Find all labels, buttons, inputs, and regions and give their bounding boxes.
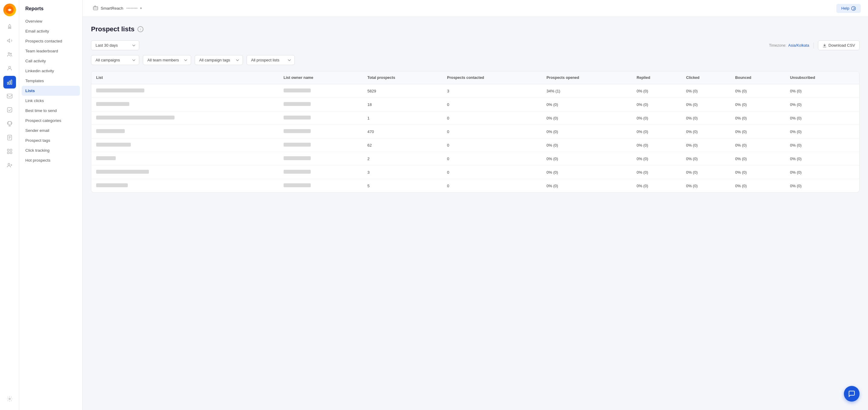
content-area: Prospect lists i Last 7 daysLast 30 days…: [83, 17, 868, 410]
timezone-value[interactable]: Asia/Kolkata: [788, 43, 809, 47]
sidebar-item-team-leaderboard[interactable]: Team leaderboard: [19, 46, 82, 56]
cell-replied-5: 0% (0): [632, 152, 681, 166]
svg-point-16: [9, 398, 10, 400]
sidebar-item-call-activity[interactable]: Call activity: [19, 56, 82, 66]
workspace-caret-icon: ▾: [140, 6, 142, 10]
cell-bounced-7: 0% (0): [730, 179, 785, 193]
cell-replied-0: 0% (0): [632, 84, 681, 98]
table-header: List List owner name Total prospects Pro…: [91, 71, 859, 84]
col-bounced: Bounced: [730, 71, 785, 84]
sidebar-item-click-tracking[interactable]: Click tracking: [19, 145, 82, 155]
cell-unsubscribed-3: 0% (0): [785, 125, 859, 138]
cell-total-4: 62: [363, 138, 442, 152]
page-title-row: Prospect lists i: [91, 25, 860, 33]
cell-list-4: [91, 138, 279, 152]
page-title: Prospect lists: [91, 25, 134, 33]
header-row: List List owner name Total prospects Pro…: [91, 71, 859, 84]
cell-owner-0: [279, 84, 363, 98]
cell-owner-3: [279, 125, 363, 138]
icon-sidebar: [0, 0, 19, 410]
table-row: 3 0 0% (0) 0% (0) 0% (0) 0% (0) 0% (0): [91, 166, 859, 179]
cell-unsubscribed-7: 0% (0): [785, 179, 859, 193]
info-icon[interactable]: i: [137, 26, 144, 32]
nav-icon-people[interactable]: [3, 48, 16, 61]
workspace-selector[interactable]: SmartReach •••••••• ▾: [90, 3, 145, 13]
nav-icon-email[interactable]: [3, 90, 16, 102]
cell-opened-2: 0% (0): [541, 111, 632, 125]
cell-list-7: [91, 179, 279, 193]
cell-owner-4: [279, 138, 363, 152]
cell-opened-6: 0% (0): [541, 166, 632, 179]
cell-opened-0: 34% (1): [541, 84, 632, 98]
campaigns-select[interactable]: All campaigns: [91, 55, 139, 65]
nav-icon-person[interactable]: [3, 62, 16, 75]
sidebar-item-linkedin-activity[interactable]: Linkedin activity: [19, 66, 82, 76]
nav-icon-person-add[interactable]: [3, 159, 16, 172]
sidebar-item-templates[interactable]: Templates: [19, 76, 82, 86]
cell-opened-3: 0% (0): [541, 125, 632, 138]
cell-clicked-5: 0% (0): [681, 152, 730, 166]
cell-opened-7: 0% (0): [541, 179, 632, 193]
sidebar-item-link-clicks[interactable]: Link clicks: [19, 96, 82, 106]
help-button[interactable]: Help: [836, 4, 861, 13]
sidebar-item-sender-email[interactable]: Sender email: [19, 126, 82, 135]
cell-list-0: [91, 84, 279, 98]
nav-icon-doc[interactable]: [3, 131, 16, 144]
nav-icon-grid[interactable]: [3, 145, 16, 158]
nav-icon-trophy[interactable]: [3, 117, 16, 130]
chat-fab-button[interactable]: [844, 386, 860, 402]
cell-bounced-4: 0% (0): [730, 138, 785, 152]
campaign-tags-select[interactable]: All campaign tags: [195, 55, 243, 65]
svg-point-4: [8, 66, 10, 68]
sidebar-item-hot-prospects[interactable]: Hot prospects: [19, 155, 82, 165]
duration-select[interactable]: Last 7 daysLast 30 daysLast 90 daysCusto…: [91, 40, 139, 50]
cell-unsubscribed-2: 0% (0): [785, 111, 859, 125]
cell-contacted-2: 0: [442, 111, 541, 125]
lists-table: List List owner name Total prospects Pro…: [91, 71, 859, 192]
svg-rect-5: [7, 82, 8, 84]
nav-icon-check[interactable]: [3, 104, 16, 116]
svg-point-3: [10, 53, 11, 54]
sidebar-item-email-activity[interactable]: Email activity: [19, 26, 82, 36]
sidebar-item-prospect-categories[interactable]: Prospect categories: [19, 115, 82, 126]
cell-contacted-3: 0: [442, 125, 541, 138]
team-members-select[interactable]: All team members: [143, 55, 191, 65]
nav-icon-gear[interactable]: [3, 392, 16, 405]
filters-row-2: All campaigns All team members All campa…: [91, 55, 860, 65]
cell-total-3: 470: [363, 125, 442, 138]
cell-replied-7: 0% (0): [632, 179, 681, 193]
workspace-name: SmartReach: [101, 6, 123, 10]
sidebar-item-best-time-to-send[interactable]: Best time to send: [19, 106, 82, 115]
main-area: SmartReach •••••••• ▾ Help Prospect list…: [83, 0, 868, 410]
cell-clicked-1: 0% (0): [681, 98, 730, 111]
download-csv-button[interactable]: Download CSV: [818, 40, 860, 50]
sidebar-item-lists[interactable]: Lists: [22, 86, 80, 96]
logo[interactable]: [3, 4, 16, 16]
svg-rect-6: [9, 81, 10, 84]
cell-clicked-2: 0% (0): [681, 111, 730, 125]
col-contacted: Prospects contacted: [442, 71, 541, 84]
nav-icon-megaphone[interactable]: [3, 34, 16, 47]
svg-point-18: [851, 6, 855, 10]
nav-icon-chart[interactable]: [3, 76, 16, 89]
cell-list-1: [91, 98, 279, 111]
cell-clicked-6: 0% (0): [681, 166, 730, 179]
download-divider: [813, 42, 814, 48]
sidebar-item-prospect-tags[interactable]: Prospect tags: [19, 135, 82, 145]
table-row: 5 0 0% (0) 0% (0) 0% (0) 0% (0) 0% (0): [91, 179, 859, 193]
cell-contacted-0: 3: [442, 84, 541, 98]
cell-opened-4: 0% (0): [541, 138, 632, 152]
col-list: List: [91, 71, 279, 84]
sidebar-item-overview[interactable]: Overview: [19, 16, 82, 26]
nav-icon-rocket[interactable]: [3, 21, 16, 33]
table-row: 2 0 0% (0) 0% (0) 0% (0) 0% (0) 0% (0): [91, 152, 859, 166]
svg-rect-14: [10, 152, 12, 154]
cell-total-6: 3: [363, 166, 442, 179]
sidebar-item-prospects-contacted[interactable]: Prospects contacted: [19, 36, 82, 46]
table-row: 62 0 0% (0) 0% (0) 0% (0) 0% (0) 0% (0): [91, 138, 859, 152]
download-label: Download CSV: [829, 43, 855, 47]
cell-bounced-2: 0% (0): [730, 111, 785, 125]
top-bar: SmartReach •••••••• ▾ Help: [83, 0, 868, 17]
prospect-lists-select[interactable]: All prospect lists: [247, 55, 295, 65]
col-owner: List owner name: [279, 71, 363, 84]
